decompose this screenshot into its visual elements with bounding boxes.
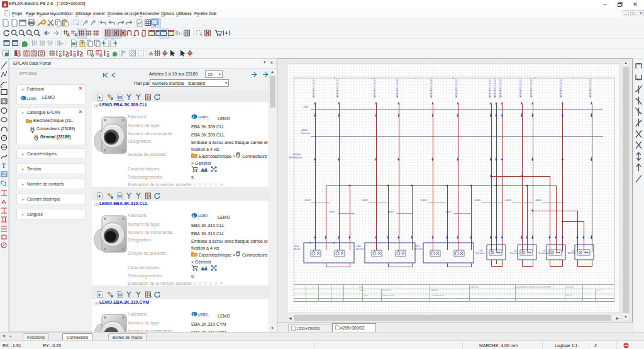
svg-text:M1+M2: M1+M2: [294, 248, 301, 250]
svg-text:M: M: [309, 242, 311, 245]
svg-text:LEMO: LEMO: [198, 214, 208, 218]
svg-text:L: L: [192, 116, 194, 119]
svg-text:BP-ETA: BP-ETA: [568, 252, 575, 255]
svg-text:CABIMET: CABIMET: [431, 289, 438, 292]
svg-text:Trabajo: Trabajo: [359, 289, 365, 292]
svg-text:LEMO: LEMO: [27, 97, 36, 101]
svg-text:M: M: [333, 242, 335, 245]
svg-text:-240X1: -240X1: [445, 211, 452, 213]
svg-text:L: L: [192, 214, 194, 218]
svg-text:-240X0: -240X0: [535, 199, 541, 202]
svg-text:Distribucion red: Distribucion red: [433, 294, 445, 297]
svg-text:-240X1: -240X1: [387, 211, 394, 213]
svg-text:-240X2: -240X2: [304, 199, 311, 202]
svg-text:Mod.: Mod.: [359, 286, 363, 289]
svg-text:-240X(B): -240X(B): [292, 153, 301, 156]
svg-text:ESQUEMA DE DISTRIBUCION ELECTR: ESQUEMA DE DISTRIBUCION ELECTRICA BT: [516, 286, 552, 289]
svg-text:M5-serre: M5-serre: [414, 248, 423, 250]
svg-text:-240X0: -240X0: [474, 199, 480, 202]
svg-text:Pilo.serre: Pilo.serre: [510, 252, 519, 255]
svg-text:-240X2: -240X2: [361, 199, 368, 202]
svg-text:-240X2: -240X2: [420, 199, 427, 202]
svg-text:-240X1: -240X1: [328, 211, 335, 213]
svg-text:T: T: [2, 163, 6, 169]
svg-text:Brumisation: Brumisation: [539, 252, 550, 255]
svg-text:-2400: -2400: [303, 106, 308, 108]
svg-text:Tiroir aux.: Tiroir aux.: [301, 132, 310, 135]
svg-text:Fol. 2: Fol. 2: [597, 289, 601, 292]
svg-text:Fecha: Fecha: [364, 294, 369, 297]
svg-text:Pilo.vanne: Pilo.vanne: [475, 252, 485, 255]
svg-text:28.09.2016: 28.09.2016: [382, 289, 391, 292]
svg-text:BP/ETA serre: BP/ETA serre: [289, 157, 302, 159]
svg-text:-240X0: -240X0: [504, 199, 511, 202]
svg-text:M3-serre: M3-serre: [356, 248, 364, 250]
svg-text:Subestacion FF: Subestacion FF: [382, 294, 394, 297]
svg-text:LEMO: LEMO: [198, 313, 208, 316]
svg-text:Pag. 02: Pag. 02: [566, 294, 572, 297]
svg-text:L: L: [192, 313, 194, 316]
svg-text:22201 S.A.: 22201 S.A.: [470, 286, 479, 289]
svg-text:=205+300: =205+300: [566, 286, 574, 289]
svg-text:-240X2: -240X2: [301, 129, 308, 131]
svg-text:LEMO: LEMO: [198, 115, 208, 119]
svg-text:L: L: [22, 97, 24, 100]
